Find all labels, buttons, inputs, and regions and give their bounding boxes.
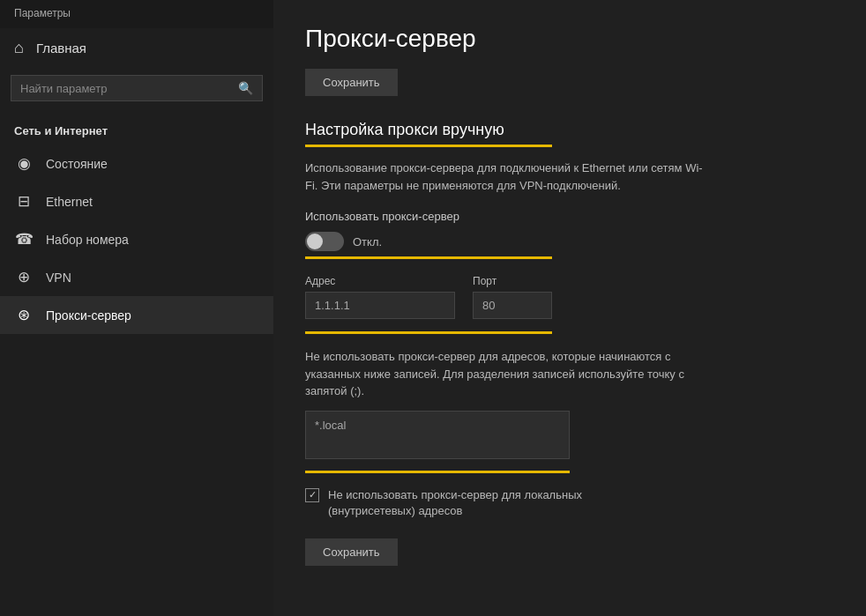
sidebar-home-button[interactable]: ⌂ Главная — [0, 28, 273, 68]
address-field-group: Адрес — [305, 275, 455, 319]
manual-description: Использование прокси-сервера для подключ… — [305, 160, 711, 194]
save-bottom-button[interactable]: Сохранить — [305, 538, 398, 566]
main-content: Прокси-сервер Сохранить Настройка прокси… — [273, 0, 866, 616]
sidebar-item-label: Состояние — [46, 157, 108, 171]
address-label: Адрес — [305, 275, 455, 287]
sidebar-item-label: VPN — [46, 271, 71, 285]
home-label: Главная — [36, 41, 86, 56]
toggle-underline — [305, 256, 552, 259]
checkbox-label: Не использовать прокси-сервер для локаль… — [328, 487, 628, 519]
page-title: Прокси-сервер — [305, 25, 834, 53]
search-input[interactable] — [20, 82, 238, 95]
checkbox-checkmark: ✓ — [309, 489, 317, 501]
toggle-knob — [307, 234, 323, 249]
status-icon: ◉ — [14, 154, 34, 173]
port-input[interactable] — [473, 292, 552, 319]
proxy-toggle[interactable] — [305, 232, 344, 251]
address-port-row: Адрес Порт — [305, 275, 834, 319]
sidebar-item-ethernet[interactable]: ⊟ Ethernet — [0, 182, 273, 220]
sidebar-item-proxy[interactable]: ⊛ Прокси-сервер — [0, 296, 273, 334]
sidebar-item-label: Набор номера — [46, 233, 129, 247]
checkbox-row: ✓ Не использовать прокси-сервер для лока… — [305, 487, 834, 519]
toggle-label: Использовать прокси-сервер — [305, 210, 834, 223]
search-box: 🔍 — [11, 75, 263, 101]
dialup-icon: ☎ — [14, 230, 34, 249]
sidebar-item-dialup[interactable]: ☎ Набор номера — [0, 220, 273, 258]
sidebar-item-label: Ethernet — [46, 195, 93, 209]
home-icon: ⌂ — [14, 39, 24, 57]
section-title-underline — [305, 145, 552, 147]
sidebar-item-label: Прокси-сервер — [46, 308, 131, 323]
proxy-icon: ⊛ — [14, 306, 34, 324]
sidebar-item-vpn[interactable]: ⊕ VPN — [0, 258, 273, 296]
section-label: Сеть и Интернет — [0, 112, 273, 145]
app-title: Параметры — [0, 0, 273, 28]
toggle-row: Откл. — [305, 232, 834, 251]
save-top-button[interactable]: Сохранить — [305, 69, 398, 96]
address-input[interactable] — [305, 292, 455, 319]
ethernet-icon: ⊟ — [14, 192, 34, 211]
sidebar: Параметры ⌂ Главная 🔍 Сеть и Интернет ◉ … — [0, 0, 273, 616]
port-field-group: Порт — [473, 275, 552, 319]
local-checkbox[interactable]: ✓ — [305, 488, 319, 502]
search-icon: 🔍 — [238, 81, 253, 95]
exclude-textarea[interactable]: *.local — [305, 411, 570, 459]
port-label: Порт — [473, 275, 552, 287]
exclude-description: Не использовать прокси-сервер для адресо… — [305, 348, 711, 400]
vpn-icon: ⊕ — [14, 268, 34, 286]
fields-underline — [305, 331, 552, 334]
textarea-underline — [305, 471, 570, 473]
sidebar-item-status[interactable]: ◉ Состояние — [0, 145, 273, 182]
manual-section-title: Настройка прокси вручную — [305, 121, 834, 139]
toggle-state-label: Откл. — [353, 235, 382, 249]
